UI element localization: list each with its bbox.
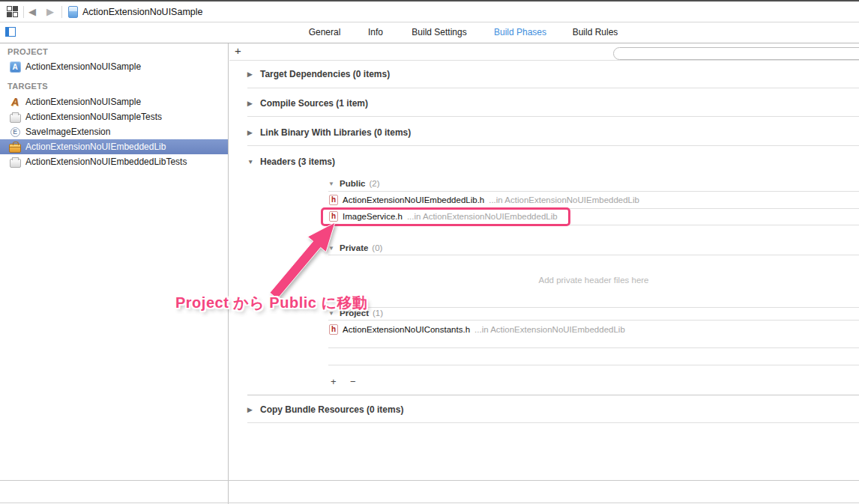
disclosure-collapsed-icon[interactable]: ▶	[247, 406, 255, 413]
annotation-text: Project から Public に移動	[175, 293, 367, 313]
header-file-icon: h	[329, 211, 338, 222]
project-group-header: PROJECT	[7, 47, 48, 56]
phase-label: Compile Sources (1 item)	[260, 98, 368, 109]
row-divider	[328, 255, 859, 255]
related-items-icon[interactable]	[7, 6, 18, 17]
tab-info[interactable]: Info	[368, 22, 383, 43]
phase-label: Copy Bundle Resources (0 items)	[260, 404, 403, 415]
row-divider	[328, 347, 859, 348]
tab-build-phases[interactable]: Build Phases	[494, 22, 546, 43]
phase-divider	[247, 395, 859, 395]
phase-headers[interactable]: ▼ Headers (3 items)	[247, 157, 335, 167]
sidebar-item-target-tests[interactable]: ActionExtensionNoUISampleTests	[0, 109, 228, 124]
sidebar-item-label: ActionExtensionNoUIEmbeddedLib	[25, 142, 166, 152]
file-name: ActionExtensionNoUIEmbeddedLib.h	[343, 195, 484, 204]
private-headers-placeholder: Add private header files here	[328, 276, 859, 285]
sidebar-item-project[interactable]: A ActionExtensionNoUISample	[0, 59, 228, 74]
phase-copy-bundle-resources[interactable]: ▶ Copy Bundle Resources (0 items)	[247, 404, 403, 415]
xcode-window: ◀ ▶ ActionExtensionNoUISample General In…	[0, 0, 859, 504]
targets-group-header: TARGETS	[7, 82, 48, 91]
xcode-project-icon: A	[9, 61, 21, 73]
sidebar-item-target-extension[interactable]: E SaveImageExtension	[0, 124, 228, 139]
row-divider	[328, 320, 859, 321]
document-icon	[68, 6, 78, 18]
disclosure-collapsed-icon[interactable]: ▶	[247, 100, 255, 107]
test-bundle-icon	[9, 111, 21, 123]
headers-private-group[interactable]: ▼ Private (0)	[328, 243, 382, 253]
headers-public-group[interactable]: ▼ Public (2)	[328, 178, 380, 189]
sidebar-toggle-icon[interactable]	[5, 27, 16, 37]
file-location: ...in ActionExtensionNoUIEmbeddedLib	[407, 212, 558, 221]
sidebar-item-target-embedded-lib[interactable]: ActionExtensionNoUIEmbeddedLib	[0, 139, 228, 154]
app-target-icon: A	[9, 96, 21, 108]
toolbar-divider	[61, 6, 62, 18]
toolbar-divider	[23, 6, 24, 18]
jump-bar-title[interactable]: ActionExtensionNoUISample	[82, 1, 203, 22]
group-count: (2)	[370, 179, 380, 188]
phase-divider	[247, 145, 859, 146]
group-count: (1)	[373, 309, 383, 318]
header-file-row[interactable]: h ActionExtensionNoUIConstants.h ...in A…	[329, 321, 625, 338]
disclosure-expanded-icon[interactable]: ▼	[247, 158, 255, 166]
group-count: (0)	[372, 243, 382, 252]
search-input[interactable]	[613, 47, 859, 60]
disclosure-collapsed-icon[interactable]: ▶	[247, 129, 255, 136]
group-label: Private	[340, 243, 368, 252]
row-divider	[328, 365, 859, 365]
add-phase-button[interactable]: +	[235, 44, 241, 57]
test-bundle-icon	[9, 156, 21, 168]
group-label: Public	[340, 179, 366, 188]
toolbar-divider-line	[229, 60, 859, 61]
sidebar-item-target-lib-tests[interactable]: ActionExtensionNoUIEmbeddedLibTests	[0, 154, 228, 169]
row-divider	[328, 307, 859, 308]
phase-target-dependencies[interactable]: ▶ Target Dependencies (0 items)	[247, 69, 390, 79]
file-location: ...in ActionExtensionNoUIEmbeddedLib	[474, 325, 625, 334]
disclosure-collapsed-icon[interactable]: ▶	[247, 70, 255, 78]
app-extension-icon: E	[9, 126, 21, 138]
forward-button[interactable]: ▶	[46, 4, 54, 19]
file-name: ActionExtensionNoUIConstants.h	[343, 325, 470, 334]
window-bottom-edge	[0, 503, 859, 503]
header-file-icon: h	[329, 324, 338, 335]
sidebar-item-label: SaveImageExtension	[25, 127, 110, 137]
title-bar: ◀ ▶ ActionExtensionNoUISample	[0, 0, 859, 22]
build-phases-editor: + ▶ Target Dependencies (0 items) ▶ Comp…	[229, 43, 859, 504]
project-targets-sidebar: PROJECT A ActionExtensionNoUISample TARG…	[0, 43, 229, 504]
remove-header-button[interactable]: −	[350, 377, 356, 387]
disclosure-expanded-icon[interactable]: ▼	[328, 245, 336, 252]
sidebar-item-target-app[interactable]: A ActionExtensionNoUISample	[0, 94, 228, 109]
tab-general[interactable]: General	[309, 22, 341, 43]
bottom-divider-line	[0, 480, 859, 481]
file-location: ...in ActionExtensionNoUIEmbeddedLib	[489, 195, 639, 204]
disclosure-expanded-icon[interactable]: ▼	[328, 180, 336, 187]
toolbox-target-icon	[9, 141, 21, 153]
phase-label: Target Dependencies (0 items)	[260, 69, 390, 79]
file-name: ImageService.h	[343, 212, 403, 221]
phase-divider	[247, 88, 859, 88]
phase-link-binary[interactable]: ▶ Link Binary With Libraries (0 items)	[247, 127, 411, 138]
header-file-icon: h	[329, 195, 338, 205]
phase-divider	[247, 116, 859, 117]
phase-label: Headers (3 items)	[260, 157, 335, 167]
back-button[interactable]: ◀	[28, 4, 36, 19]
sidebar-item-label: ActionExtensionNoUIEmbeddedLibTests	[25, 157, 187, 167]
tab-build-settings[interactable]: Build Settings	[412, 22, 466, 43]
header-file-row[interactable]: h ActionExtensionNoUIEmbeddedLib.h ...in…	[329, 192, 639, 208]
sidebar-item-label: ActionExtensionNoUISampleTests	[25, 112, 162, 122]
phase-divider	[247, 422, 859, 423]
row-divider	[328, 225, 859, 225]
phase-label: Link Binary With Libraries (0 items)	[260, 127, 411, 138]
sidebar-item-label: ActionExtensionNoUISample	[25, 61, 141, 72]
editor-tab-bar: General Info Build Settings Build Phases…	[0, 22, 859, 43]
phase-compile-sources[interactable]: ▶ Compile Sources (1 item)	[247, 98, 368, 109]
header-file-row-highlighted[interactable]: h ImageService.h ...in ActionExtensionNo…	[329, 208, 558, 225]
tab-build-rules[interactable]: Build Rules	[573, 22, 618, 43]
add-header-button[interactable]: +	[331, 377, 337, 387]
sidebar-item-label: ActionExtensionNoUISample	[25, 97, 141, 107]
